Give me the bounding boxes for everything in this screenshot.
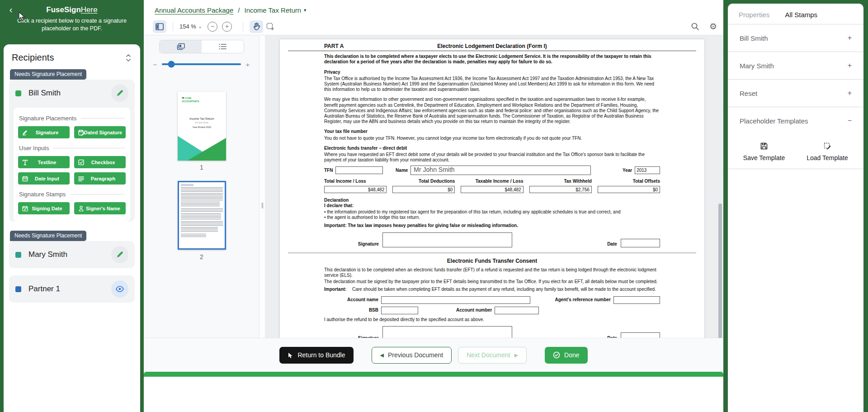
brand-here-link[interactable]: Here bbox=[81, 5, 98, 14]
slider-track[interactable] bbox=[162, 63, 241, 65]
previous-document-label: Previous Document bbox=[388, 351, 443, 359]
signing-date-button-label: Signing Date bbox=[32, 206, 62, 211]
page-1-thumbnail[interactable]: ❧ FUSEACCOUNTANTS Income Tax Return Mr J… bbox=[178, 92, 226, 161]
tab-all-stamps[interactable]: All Stamps bbox=[785, 11, 817, 19]
zoom-out-button[interactable]: − bbox=[208, 22, 217, 32]
accordion-label: Bill Smith bbox=[740, 34, 768, 42]
signature-button-label: Signature bbox=[36, 130, 59, 135]
pages-icon bbox=[177, 43, 185, 50]
accordion-mary-smith[interactable]: Mary Smith + bbox=[728, 52, 863, 80]
previous-document-button[interactable]: ◀ Previous Document bbox=[372, 347, 452, 364]
amount-label: Total Offsets bbox=[598, 179, 660, 184]
textline-button[interactable]: Textline bbox=[18, 156, 70, 168]
return-to-bundle-button[interactable]: Return to Bundle bbox=[279, 347, 353, 364]
search-icon[interactable] bbox=[691, 22, 699, 31]
next-document-label: Next Document bbox=[467, 351, 510, 359]
expand-icon: + bbox=[848, 89, 852, 97]
signature-button[interactable]: Signature bbox=[18, 126, 70, 138]
recipient-card-mary[interactable]: Mary Smith bbox=[9, 241, 135, 268]
hand-tool-button[interactable] bbox=[250, 20, 263, 33]
accordion-bill-smith[interactable]: Bill Smith + bbox=[728, 24, 863, 52]
amount-value: $2,756 bbox=[529, 186, 592, 193]
return-to-bundle-label: Return to Bundle bbox=[297, 351, 345, 359]
next-document-button[interactable]: Next Document ▶ bbox=[458, 347, 527, 364]
account-name-label: Account name bbox=[324, 297, 378, 303]
calendar-check-icon bbox=[22, 205, 28, 211]
checkbox-button-label: Checkbox bbox=[91, 160, 115, 165]
zoom-in-button[interactable]: + bbox=[222, 22, 232, 32]
year-label: Year bbox=[623, 168, 632, 173]
placement-tools-panel: Signature Placements Signature Dated Sig… bbox=[14, 108, 130, 222]
collapse-icon: − bbox=[848, 117, 852, 125]
edit-recipient-button[interactable] bbox=[111, 246, 128, 263]
arrow-right-icon: ▶ bbox=[514, 352, 518, 358]
accordion-reset[interactable]: Reset + bbox=[728, 80, 863, 107]
date-label: Date bbox=[607, 242, 621, 247]
amount-label: Taxable Income / Loss bbox=[461, 179, 523, 184]
group-title-signature-stamps: Signature Stamps bbox=[19, 191, 66, 198]
save-template-button[interactable]: Save Template bbox=[732, 142, 796, 161]
pdf-important: Important: The tax law imposes heavy pen… bbox=[324, 223, 660, 228]
signers-name-button[interactable]: Signer's Name bbox=[74, 202, 126, 214]
leaf-logo-icon: ❧ bbox=[182, 96, 185, 100]
expand-icon: + bbox=[848, 62, 852, 70]
accordion-placeholder-templates[interactable]: Placeholder Templates − bbox=[728, 107, 863, 134]
chevron-down-icon[interactable]: ⌄ bbox=[198, 24, 202, 29]
view-recipient-button[interactable] bbox=[111, 280, 128, 298]
dated-signature-button-label: Dated Signature bbox=[84, 130, 122, 135]
pdf-privacy-heading: Privacy bbox=[324, 70, 660, 75]
recipient-card-partner[interactable]: Partner 1 bbox=[9, 275, 135, 303]
done-button[interactable]: Done bbox=[545, 347, 587, 364]
marquee-select-button[interactable] bbox=[263, 20, 277, 33]
thumbnail-zoom-slider: − + bbox=[152, 61, 251, 68]
dated-signature-button[interactable]: Dated Signature bbox=[74, 126, 126, 138]
sort-icon[interactable] bbox=[125, 54, 132, 62]
amount-value: $48,482 bbox=[461, 186, 523, 193]
breadcrumb-bundle-link[interactable]: Annual Accounts Package bbox=[155, 6, 233, 14]
pdf-consent-p2: The declaration must be signed by the ta… bbox=[324, 279, 660, 284]
back-chevron-icon[interactable]: ‹ bbox=[6, 5, 15, 14]
checkbox-button[interactable]: Checkbox bbox=[74, 156, 126, 168]
pdf-declare-that: I declare that: bbox=[324, 203, 660, 208]
resize-handle[interactable]: ∥ bbox=[261, 202, 264, 208]
page-2-thumbnail-selected[interactable] bbox=[178, 181, 226, 250]
viewer-workspace: − + ❧ FUSEACCOUNTANTS Income Tax Return … bbox=[144, 35, 723, 373]
date-input-button[interactable]: Date Input bbox=[18, 172, 70, 185]
page-2-label: 2 bbox=[144, 253, 259, 260]
breadcrumb-document-dropdown[interactable]: Income Tax Return bbox=[244, 6, 301, 14]
load-template-icon bbox=[824, 142, 831, 150]
zoom-level-dropdown[interactable]: 154 % bbox=[179, 23, 196, 30]
brand-title[interactable]: FuseSignHere bbox=[7, 5, 137, 14]
pdf-page[interactable]: PART A Electronic Lodgement Declaration … bbox=[280, 39, 704, 373]
recipients-panel: Recipients Needs Signature Placement Bil… bbox=[4, 44, 140, 412]
pdf-bullet: the information provided to my registere… bbox=[324, 209, 660, 215]
amount-label: Total Income / Loss bbox=[324, 179, 387, 184]
pdf-privacy-p2: We may give this information to other go… bbox=[324, 97, 660, 124]
thumbnail-view-button[interactable] bbox=[160, 40, 202, 53]
list-view-button[interactable] bbox=[202, 40, 244, 53]
recipient-card-bill[interactable]: Bill Smith Signature Placements Signatur… bbox=[9, 80, 135, 222]
chevron-down-icon[interactable]: ▾ bbox=[304, 7, 307, 13]
paragraph-button[interactable]: Paragraph bbox=[74, 172, 126, 185]
slider-minus[interactable]: − bbox=[152, 61, 158, 68]
pdf-consent-p1: This declaration is to be completed when… bbox=[324, 267, 660, 278]
slider-handle[interactable] bbox=[168, 61, 175, 68]
date-input-button-label: Date Input bbox=[35, 176, 59, 181]
recipients-title: Recipients bbox=[12, 52, 54, 63]
toggle-sidebar-button[interactable] bbox=[153, 20, 166, 33]
gear-icon[interactable]: ⚙ bbox=[709, 21, 717, 32]
name-label: Name bbox=[396, 168, 408, 173]
account-name-field bbox=[381, 296, 530, 304]
bsb-field bbox=[381, 307, 418, 314]
signing-date-button[interactable]: Signing Date bbox=[18, 202, 70, 214]
fusesign-app: ‹ FuseSignHere Click a recipient below t… bbox=[0, 0, 868, 412]
load-template-button[interactable]: Load Template bbox=[796, 142, 859, 161]
recipient-color-swatch bbox=[15, 90, 21, 96]
edit-recipient-button[interactable] bbox=[111, 85, 128, 102]
calendar-icon bbox=[22, 175, 28, 181]
tab-properties[interactable]: Properties bbox=[739, 11, 769, 19]
pdf-privacy-p1: The Tax Office is authorised by the Inco… bbox=[324, 76, 660, 93]
hand-icon bbox=[253, 23, 260, 30]
recipient-name: Partner 1 bbox=[28, 284, 111, 294]
slider-plus[interactable]: + bbox=[245, 61, 251, 68]
